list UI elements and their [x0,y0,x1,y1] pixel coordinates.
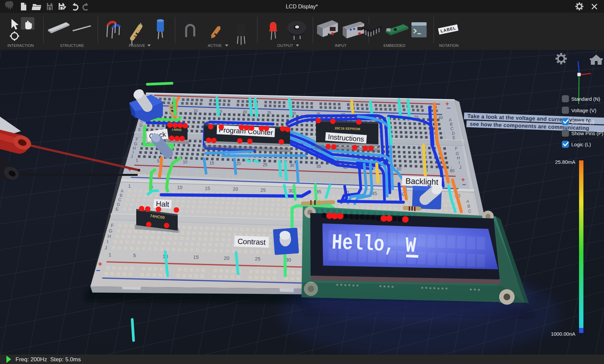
svg-text:ACTIVE: ACTIVE [208,43,222,48]
svg-text:Contrast: Contrast [237,237,266,246]
svg-text:25.80mA: 25.80mA [555,159,575,165]
svg-text:LM555: LM555 [172,128,182,132]
svg-text:PASSIVE: PASSIVE [129,43,145,48]
svg-text:Backlight: Backlight [405,176,439,186]
svg-text:STRUCTURE: STRUCTURE [60,43,84,48]
svg-text:Freq: 200Hz Step: 5.0ms: Freq: 200Hz Step: 5.0ms [16,356,81,363]
svg-text:INPUT: INPUT [335,43,347,48]
svg-text:1000.00nA: 1000.00nA [551,331,575,337]
svg-text:Standard (N): Standard (N) [571,96,600,102]
svg-text:Hello, W: Hello, W [331,231,416,258]
svg-text:OUTPUT: OUTPUT [277,43,293,48]
svg-text:NOTATION: NOTATION [439,43,459,48]
svg-text:−: − [96,266,100,275]
svg-text:Show Pins (P): Show Pins (P) [571,130,603,136]
svg-text:LCD Display*: LCD Display* [286,4,318,9]
svg-text:Current (I): Current (I) [571,119,594,125]
svg-text:INTERACTION: INTERACTION [7,43,34,48]
svg-text:−: − [447,104,450,112]
svg-text:Voltage (V): Voltage (V) [571,108,596,113]
svg-text:Logic (L): Logic (L) [571,142,591,147]
svg-text:EMBEDDED: EMBEDDED [383,43,405,48]
svg-text:−: − [462,181,466,188]
